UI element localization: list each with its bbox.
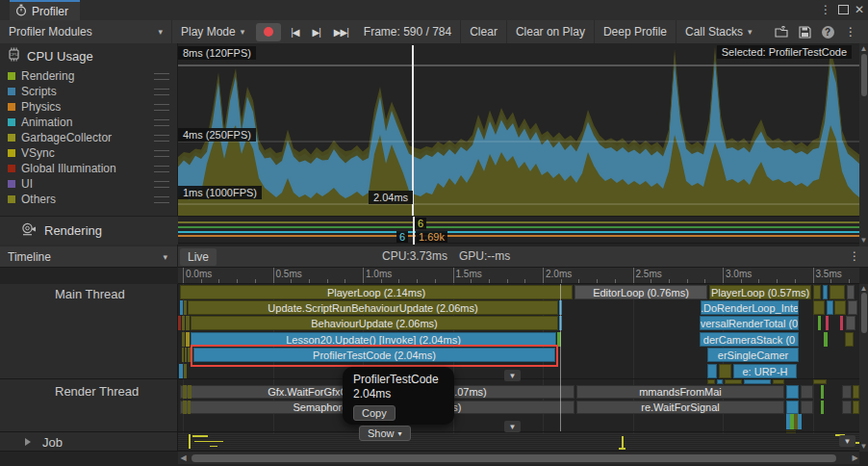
timeline-bar[interactable]	[184, 300, 187, 315]
drag-handle-icon[interactable]	[154, 166, 169, 172]
record-button[interactable]	[256, 23, 281, 41]
drag-handle-icon[interactable]	[154, 119, 169, 126]
prev-frame-button[interactable]: |◀	[284, 20, 305, 43]
rendering-module[interactable]: Rendering	[0, 216, 178, 245]
timeline-bar[interactable]	[840, 316, 843, 330]
timeline-bar[interactable]	[180, 300, 183, 315]
expand-rows-icon[interactable]: ▼	[504, 370, 521, 381]
cpu-usage-chart[interactable]: 8ms (120FPS) 4ms (250FPS) 1ms (1000FPS) …	[178, 43, 859, 216]
clear-button[interactable]: Clear	[461, 20, 506, 43]
timeline-bar[interactable]	[188, 401, 191, 414]
load-profile-icon[interactable]	[770, 21, 793, 42]
timeline-bar[interactable]: mmandsFromMai	[576, 385, 784, 399]
tab-profiler[interactable]: Profiler	[10, 0, 80, 20]
drag-handle-icon[interactable]	[154, 181, 169, 188]
timeline-bar[interactable]	[186, 332, 190, 347]
timeline-bar[interactable]	[786, 401, 799, 414]
timeline-bar[interactable]: PlayerLoop (2.14ms)	[180, 285, 573, 299]
timeline-bar[interactable]: BehaviourUpdate (2.06ms)	[191, 316, 558, 330]
thread-label-job[interactable]: Job	[42, 435, 63, 450]
cpu-legend-item[interactable]: Scripts	[0, 84, 178, 99]
timeline-bar[interactable]: re.WaitForSignal	[576, 401, 784, 414]
timeline-bar[interactable]	[813, 379, 827, 384]
timeline-bar[interactable]	[834, 300, 846, 315]
timeline-bar[interactable]	[179, 364, 183, 378]
timeline-bar[interactable]: EditorLoop (0.76ms)	[574, 285, 707, 299]
timeline-view-dropdown[interactable]: Timeline ▾	[0, 246, 178, 268]
timeline-bar[interactable]	[725, 379, 742, 384]
timeline-bar[interactable]: erSingleCamer	[707, 348, 799, 362]
save-profile-icon[interactable]	[793, 21, 816, 42]
scroll-up-icon[interactable]: ▲	[859, 45, 868, 53]
timeline-bar[interactable]	[845, 332, 854, 347]
timeline-bar[interactable]	[188, 385, 191, 399]
time-ruler[interactable]: 0.0ms0.5ms1.0ms1.5ms2.0ms2.5ms3.0ms3.5ms	[178, 268, 859, 284]
timeline-bar[interactable]	[707, 379, 715, 384]
live-toggle[interactable]: Live	[180, 248, 217, 266]
timeline-bar[interactable]	[185, 348, 187, 362]
show-button[interactable]: Show ▾	[359, 426, 411, 441]
timeline-bar[interactable]	[821, 401, 824, 414]
current-frame-button[interactable]: ▶▶|	[327, 20, 355, 43]
timeline-bar[interactable]	[183, 385, 187, 399]
cpu-legend-item[interactable]: GarbageCollector	[0, 130, 178, 145]
scroll-up-icon[interactable]: ▲	[859, 285, 868, 293]
close-icon[interactable]: ✕	[852, 2, 867, 17]
maximize-icon[interactable]	[835, 2, 851, 17]
drag-handle-icon[interactable]	[154, 73, 169, 80]
next-frame-button[interactable]: ▶|	[306, 20, 327, 43]
timeline-bar[interactable]	[813, 300, 825, 315]
profiler-modules-dropdown[interactable]: Profiler Modules ▾	[0, 20, 171, 43]
timeline-bar[interactable]	[182, 348, 184, 362]
toolbar-kebab-icon[interactable]: ⋮	[839, 21, 862, 42]
timeline-bar[interactable]	[186, 316, 190, 330]
scroll-left-icon[interactable]: ◀	[179, 454, 188, 462]
foldout-arrow-icon[interactable]	[25, 438, 31, 446]
timeline-bar[interactable]	[842, 385, 852, 399]
scroll-right-icon[interactable]: ▶	[851, 454, 859, 462]
timeline-bar[interactable]	[182, 332, 185, 347]
thread-label-main[interactable]: Main Thread	[55, 287, 125, 301]
drag-handle-icon[interactable]	[154, 135, 169, 142]
timeline-bar[interactable]: .DoRenderLoop_Inte	[701, 300, 799, 315]
timeline-canvas[interactable]: PlayerLoop (2.14ms)EditorLoop (0.76ms)Pl…	[178, 284, 859, 452]
help-icon[interactable]: ?	[816, 21, 839, 42]
timeline-bar[interactable]	[719, 364, 731, 378]
scroll-down-icon[interactable]: ▼	[859, 443, 868, 451]
timeline-bar[interactable]	[830, 285, 845, 299]
drag-handle-icon[interactable]	[154, 196, 169, 203]
cpu-legend-item[interactable]: Animation	[0, 115, 178, 130]
expand-rows-icon[interactable]: ▼	[839, 435, 855, 447]
timeline-bar[interactable]	[846, 316, 855, 330]
timeline-bar[interactable]	[773, 379, 784, 384]
scroll-down-icon[interactable]: ▼	[859, 237, 868, 245]
scrollbar-thumb[interactable]	[191, 454, 836, 462]
timeline-bar[interactable]	[813, 285, 821, 299]
drag-handle-icon[interactable]	[154, 89, 169, 95]
timeline-bar[interactable]	[707, 364, 717, 378]
timeline-kebab-icon[interactable]: ⋮	[849, 249, 860, 263]
rendering-chart[interactable]: 6 6 1.69k	[178, 216, 859, 244]
cpu-usage-module[interactable]: CPU CPU Usage	[0, 46, 185, 65]
timeline-bar[interactable]	[853, 401, 859, 414]
cpu-legend-item[interactable]: Physics	[0, 99, 178, 115]
horizontal-scrollbar[interactable]: ◀ ▶	[178, 452, 859, 464]
timeline-bar[interactable]	[798, 414, 802, 429]
copy-button[interactable]: Copy	[353, 405, 396, 421]
window-kebab-icon[interactable]: ⋮	[818, 2, 833, 17]
timeline-bar[interactable]: Update.ScriptRunBehaviourUpdate (2.06ms)	[188, 300, 558, 315]
timeline-bar[interactable]	[182, 316, 185, 330]
timeline-bar[interactable]	[823, 285, 828, 299]
cpu-legend-item[interactable]: Rendering	[0, 68, 178, 84]
modules-scrollbar[interactable]: ▲ ▼	[859, 43, 868, 246]
timeline-bar[interactable]	[853, 385, 859, 399]
timeline-bar[interactable]	[786, 385, 799, 399]
timeline-bar[interactable]	[717, 379, 723, 384]
timeline-bar[interactable]	[801, 385, 813, 399]
timeline-bar[interactable]	[183, 401, 187, 414]
timeline-bar[interactable]	[744, 379, 771, 384]
scrollbar-thumb[interactable]	[861, 293, 867, 333]
timeline-bar[interactable]	[842, 401, 852, 414]
timeline-bar[interactable]	[826, 316, 829, 330]
timeline-bar[interactable]: PlayerLoop (0.57ms)	[709, 285, 811, 299]
